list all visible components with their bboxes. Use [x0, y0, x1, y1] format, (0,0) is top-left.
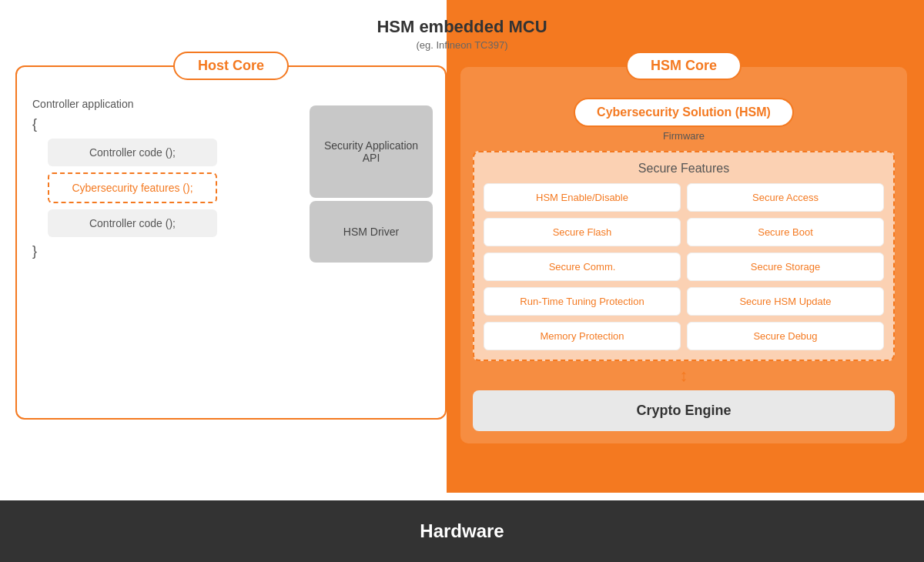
- feature-item: Secure Access: [687, 183, 884, 212]
- host-core-label: Host Core: [173, 52, 289, 80]
- host-core-wrapper: Host Core Controller application { Contr…: [15, 65, 447, 445]
- feature-item: Memory Protection: [484, 322, 681, 350]
- diagram: Host Core Controller application { Contr…: [15, 65, 909, 445]
- csm-sublabel: Firmware: [473, 130, 895, 142]
- arrow-down: ↕: [473, 366, 895, 386]
- feature-item: Secure Storage: [687, 253, 884, 281]
- feature-item: Secure Boot: [687, 218, 884, 246]
- secure-features-box: Secure Features HSM Enable/DisableSecure…: [473, 151, 895, 361]
- hardware-label: Hardware: [420, 520, 504, 542]
- controller-code-1: Controller code ();: [48, 139, 217, 166]
- secure-features-title: Secure Features: [484, 162, 884, 176]
- features-grid: HSM Enable/DisableSecure AccessSecure Fl…: [484, 183, 884, 350]
- header: HSM embedded MCU (eg. Infineon TC397): [0, 0, 924, 51]
- feature-item: Secure Flash: [484, 218, 681, 246]
- security-application-box: Security Application API: [310, 105, 433, 198]
- hsm-driver-box: HSM Driver: [310, 201, 433, 263]
- feature-item: Secure Comm.: [484, 253, 681, 281]
- csm-label-wrapper: Cybersecurity Solution (HSM) Firmware: [473, 98, 895, 142]
- host-core-box: Controller application { Controller code…: [15, 65, 447, 420]
- hardware-bar: Hardware: [0, 500, 924, 562]
- sec-app-block: Security Application API HSM Driver: [310, 105, 433, 263]
- feature-item: Secure HSM Update: [687, 287, 884, 316]
- feature-item: HSM Enable/Disable: [484, 183, 681, 212]
- cybersecurity-features-box: Cybersecurity features ();: [48, 172, 217, 203]
- feature-item: Secure Debug: [687, 322, 884, 350]
- main-title: HSM embedded MCU: [0, 17, 924, 37]
- hsm-core-box: Cybersecurity Solution (HSM) Firmware Se…: [459, 65, 909, 445]
- crypto-engine-box: Crypto Engine: [473, 390, 895, 431]
- hsm-core-label: HSM Core: [626, 52, 742, 80]
- hsm-core-wrapper: HSM Core Cybersecurity Solution (HSM) Fi…: [459, 65, 909, 445]
- main-subtitle: (eg. Infineon TC397): [0, 39, 924, 51]
- controller-code-2: Controller code ();: [48, 209, 217, 237]
- feature-item: Run-Time Tuning Protection: [484, 287, 681, 316]
- csm-label: Cybersecurity Solution (HSM): [574, 98, 794, 127]
